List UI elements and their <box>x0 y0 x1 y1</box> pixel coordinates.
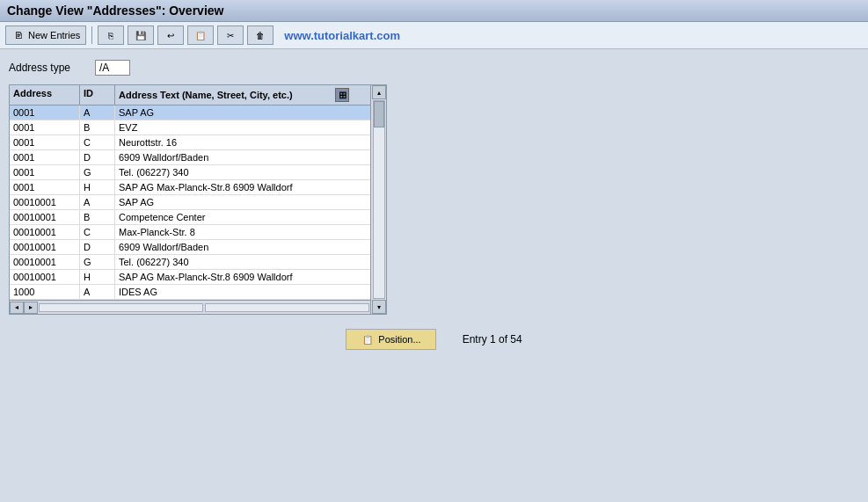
cell-id: C <box>80 225 115 239</box>
filter-label: Address type <box>9 62 88 74</box>
table-row[interactable]: 1000 A IDES AG <box>10 285 370 300</box>
cell-text: 6909 Walldorf/Baden <box>115 240 370 254</box>
table-container: Address ID Address Text (Name, Street, C… <box>9 84 387 315</box>
new-entries-icon: 🖹 <box>11 28 26 42</box>
new-entries-button[interactable]: 🖹 New Entries <box>5 25 86 45</box>
scroll-down-btn[interactable]: ▾ <box>372 300 386 314</box>
cell-text: Neurottstr. 16 <box>115 135 370 149</box>
entry-info: Entry 1 of 54 <box>463 333 522 346</box>
cut-icon-btn[interactable]: ✂ <box>217 25 244 45</box>
cell-address: 1000 <box>10 285 80 299</box>
cell-text: Max-Planck-Str. 8 <box>115 225 370 239</box>
copy-icon: ⎘ <box>104 28 118 42</box>
cell-address: 00010001 <box>10 255 80 269</box>
table-header: Address ID Address Text (Name, Street, C… <box>10 85 386 105</box>
horiz-scroll-left-btn[interactable]: ◂ <box>10 302 24 314</box>
toolbar: 🖹 New Entries ⎘ 💾 ↩ 📋 ✂ 🗑 www.tutorialka… <box>0 22 868 49</box>
page-title: Change View "Addresses": Overview <box>7 4 223 18</box>
cell-id: A <box>80 105 115 120</box>
table-row[interactable]: 00010001 B Competence Center <box>10 210 370 225</box>
delete-icon: 🗑 <box>253 28 267 42</box>
col-text-label: Address Text (Name, Street, City, etc.) <box>119 90 293 100</box>
cell-id: D <box>80 150 115 164</box>
horiz-track-right <box>205 303 369 312</box>
filter-value: /A <box>95 60 130 76</box>
paste-icon-btn[interactable]: 📋 <box>187 25 214 45</box>
filter-row: Address type /A <box>9 60 859 76</box>
col-id-header: ID <box>80 85 115 105</box>
cell-address: 00010001 <box>10 270 80 284</box>
cell-id: H <box>80 180 115 194</box>
cell-address: 0001 <box>10 150 80 164</box>
table-row[interactable]: 0001 A SAP AG <box>10 105 370 120</box>
vertical-scrollbar[interactable]: ▴ ▾ <box>370 85 386 314</box>
toolbar-separator <box>91 26 92 44</box>
column-settings-icon[interactable]: ⊞ <box>335 88 349 102</box>
table-row[interactable]: 0001 B EVZ <box>10 120 370 135</box>
cell-text: Tel. (06227) 340 <box>115 255 370 269</box>
horiz-track-left <box>39 303 203 312</box>
table-row[interactable]: 00010001 D 6909 Walldorf/Baden <box>10 240 370 255</box>
table-row[interactable]: 00010001 C Max-Planck-Str. 8 <box>10 225 370 240</box>
cell-address: 00010001 <box>10 225 80 239</box>
cell-text: Tel. (06227) 340 <box>115 165 370 179</box>
cell-address: 00010001 <box>10 240 80 254</box>
scroll-up-btn[interactable]: ▴ <box>372 85 386 99</box>
table-row[interactable]: 00010001 A SAP AG <box>10 195 370 210</box>
cell-id: G <box>80 255 115 269</box>
cell-text: 6909 Walldorf/Baden <box>115 150 370 164</box>
position-button[interactable]: 📋 Position... <box>346 329 435 350</box>
col-address-header: Address <box>10 85 80 105</box>
cell-text: Competence Center <box>115 210 370 224</box>
undo-icon-btn[interactable]: ↩ <box>157 25 184 45</box>
cell-text: SAP AG <box>115 195 370 209</box>
cell-text: SAP AG Max-Planck-Str.8 6909 Walldorf <box>115 270 370 284</box>
content-area: Address type /A Address ID Address Text … <box>0 49 868 366</box>
cell-address: 00010001 <box>10 195 80 209</box>
horiz-scroll-right-btn[interactable]: ▸ <box>24 302 38 314</box>
copy-icon-btn[interactable]: ⎘ <box>98 25 124 45</box>
horiz-scrollbar[interactable]: ◂ ▸ <box>10 300 386 314</box>
paste-icon: 📋 <box>193 28 208 42</box>
new-entries-label: New Entries <box>28 30 80 40</box>
save-icon: 💾 <box>134 28 148 42</box>
save-icon-btn[interactable]: 💾 <box>128 25 154 45</box>
cell-id: C <box>80 135 115 149</box>
delete-icon-btn[interactable]: 🗑 <box>247 25 274 45</box>
bottom-bar: 📋 Position... Entry 1 of 54 <box>9 318 859 360</box>
cell-address: 0001 <box>10 165 80 179</box>
table-row[interactable]: 0001 C Neurottstr. 16 <box>10 135 370 150</box>
cell-id: B <box>80 120 115 135</box>
cut-icon: ✂ <box>223 28 237 42</box>
cell-text: SAP AG <box>115 105 370 120</box>
cell-id: G <box>80 165 115 179</box>
cell-address: 0001 <box>10 180 80 194</box>
cell-id: B <box>80 210 115 224</box>
cell-text: SAP AG Max-Planck-Str.8 6909 Walldorf <box>115 180 370 194</box>
title-bar: Change View "Addresses": Overview <box>0 0 868 22</box>
cell-address: 00010001 <box>10 210 80 224</box>
cell-address: 0001 <box>10 135 80 149</box>
table-row[interactable]: 0001 D 6909 Walldorf/Baden <box>10 150 370 165</box>
cell-text: IDES AG <box>115 285 370 299</box>
table-row[interactable]: 0001 G Tel. (06227) 340 <box>10 165 370 180</box>
cell-address: 0001 <box>10 105 80 120</box>
position-label: Position... <box>378 334 420 345</box>
table-row[interactable]: 0001 H SAP AG Max-Planck-Str.8 6909 Wall… <box>10 180 370 195</box>
table-row[interactable]: 00010001 H SAP AG Max-Planck-Str.8 6909 … <box>10 270 370 285</box>
table-body: 0001 A SAP AG 0001 B EVZ 0001 C Neurotts… <box>10 105 386 300</box>
watermark: www.tutorialkart.com <box>284 29 400 42</box>
cell-id: D <box>80 240 115 254</box>
position-icon: 📋 <box>361 332 375 346</box>
undo-icon: ↩ <box>164 28 178 42</box>
cell-address: 0001 <box>10 120 80 135</box>
col-text-header: Address Text (Name, Street, City, etc.) … <box>115 85 353 105</box>
cell-id: A <box>80 285 115 299</box>
cell-id: H <box>80 270 115 284</box>
scroll-thumb[interactable] <box>374 101 384 127</box>
cell-text: EVZ <box>115 120 370 135</box>
cell-id: A <box>80 195 115 209</box>
scroll-track <box>373 100 385 299</box>
table-row[interactable]: 00010001 G Tel. (06227) 340 <box>10 255 370 270</box>
